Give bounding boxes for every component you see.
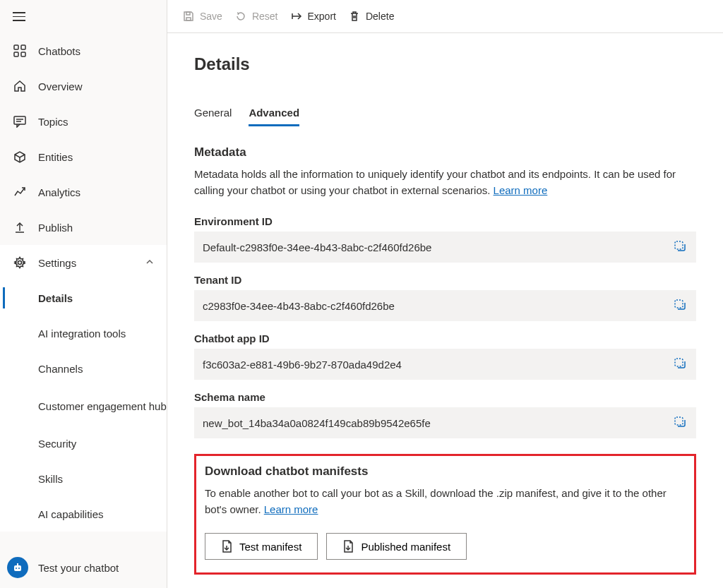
svg-rect-20 bbox=[675, 241, 683, 249]
svg-rect-2 bbox=[14, 52, 18, 56]
tenant-id-value: c2983f0e-34ee-4b43-8abc-c2f460fd26be bbox=[203, 300, 395, 312]
subnav-details[interactable]: Details bbox=[0, 280, 167, 316]
sidebar-footer[interactable]: Test your chatbot bbox=[0, 548, 167, 588]
svg-rect-23 bbox=[675, 417, 683, 425]
delete-label: Delete bbox=[366, 11, 394, 22]
sidebar-item-entities[interactable]: Entities bbox=[0, 139, 167, 174]
export-button[interactable]: Export bbox=[291, 11, 336, 22]
svg-point-11 bbox=[16, 568, 17, 569]
subnav-security[interactable]: Security bbox=[0, 426, 167, 461]
subnav-ai-integration[interactable]: AI integration tools bbox=[0, 316, 167, 351]
schema-field: Schema name new_bot_14ba34a0a0824f149cab… bbox=[194, 391, 696, 438]
sidebar-item-label: Settings bbox=[38, 257, 76, 269]
sidebar-item-topics[interactable]: Topics bbox=[0, 104, 167, 139]
test-manifest-button[interactable]: Test manifest bbox=[205, 533, 318, 560]
sidebar-item-publish[interactable]: Publish bbox=[0, 210, 167, 245]
svg-rect-13 bbox=[17, 563, 18, 565]
env-id-field: Environment ID Default-c2983f0e-34ee-4b4… bbox=[194, 215, 696, 263]
copy-icon[interactable] bbox=[671, 354, 689, 375]
schema-value-box: new_bot_14ba34a0a0824f149cab89b9542e65fe bbox=[194, 407, 696, 438]
test-chatbot-label: Test your chatbot bbox=[38, 562, 119, 574]
sidebar: Chatbots Overview Topics Entities Analyt bbox=[0, 0, 167, 588]
subnav-channels[interactable]: Channels bbox=[0, 351, 167, 386]
bot-icon bbox=[7, 557, 28, 578]
trash-icon bbox=[349, 11, 360, 22]
reset-button[interactable]: Reset bbox=[235, 11, 278, 22]
gear-icon bbox=[13, 256, 27, 270]
main-area: Save Reset Export Delete Details General… bbox=[167, 0, 723, 588]
metadata-section: Metadata Metadata holds all the informat… bbox=[194, 145, 696, 198]
home-icon bbox=[13, 79, 27, 93]
env-id-value: Default-c2983f0e-34ee-4b43-8abc-c2f460fd… bbox=[203, 241, 431, 253]
app-id-label: Chatbot app ID bbox=[194, 332, 696, 344]
sidebar-nav: Chatbots Overview Topics Entities Analyt bbox=[0, 33, 167, 532]
sidebar-item-label: Entities bbox=[38, 151, 73, 163]
tenant-id-label: Tenant ID bbox=[194, 274, 696, 286]
manifests-section: Download chatbot manifests To enable ano… bbox=[194, 454, 696, 575]
grid-icon bbox=[13, 44, 27, 58]
env-id-label: Environment ID bbox=[194, 215, 696, 227]
tab-general[interactable]: General bbox=[194, 102, 232, 126]
box-icon bbox=[13, 150, 27, 164]
reset-icon bbox=[235, 11, 246, 22]
app-id-value-box: f3c603a2-e881-49b6-9b27-870ada49d2e4 bbox=[194, 349, 696, 380]
manifests-learn-more-link[interactable]: Learn more bbox=[264, 503, 318, 515]
sidebar-item-label: Analytics bbox=[38, 186, 80, 198]
sidebar-item-chatbots[interactable]: Chatbots bbox=[0, 33, 167, 68]
copy-icon[interactable] bbox=[671, 413, 689, 433]
metadata-heading: Metadata bbox=[194, 145, 696, 160]
sidebar-item-label: Topics bbox=[38, 116, 68, 128]
document-download-icon bbox=[342, 540, 354, 553]
sidebar-item-overview[interactable]: Overview bbox=[0, 68, 167, 104]
svg-rect-22 bbox=[675, 359, 683, 366]
page-title: Details bbox=[194, 54, 696, 74]
test-manifest-label: Test manifest bbox=[239, 541, 301, 553]
sidebar-item-analytics[interactable]: Analytics bbox=[0, 174, 167, 210]
analytics-icon bbox=[13, 185, 27, 199]
content: Details General Advanced Metadata Metada… bbox=[167, 33, 723, 588]
svg-rect-3 bbox=[21, 52, 25, 56]
svg-rect-4 bbox=[14, 116, 25, 124]
toolbar: Save Reset Export Delete bbox=[167, 0, 723, 33]
document-download-icon bbox=[221, 540, 232, 553]
svg-rect-1 bbox=[21, 45, 25, 49]
svg-rect-21 bbox=[675, 300, 683, 308]
subnav-customer-engagement[interactable]: Customer engagement hub bbox=[0, 386, 167, 426]
sidebar-item-label: Chatbots bbox=[38, 45, 80, 57]
export-label: Export bbox=[308, 11, 336, 22]
upload-icon bbox=[13, 220, 27, 234]
copy-icon[interactable] bbox=[671, 237, 689, 258]
copy-icon[interactable] bbox=[671, 296, 689, 316]
sidebar-header bbox=[0, 0, 167, 33]
save-label: Save bbox=[200, 11, 222, 22]
export-icon bbox=[291, 11, 302, 22]
delete-button[interactable]: Delete bbox=[349, 11, 394, 22]
tenant-id-value-box: c2983f0e-34ee-4b43-8abc-c2f460fd26be bbox=[194, 290, 696, 321]
published-manifest-button[interactable]: Published manifest bbox=[326, 533, 467, 560]
subnav-skills[interactable]: Skills bbox=[0, 461, 167, 496]
sidebar-item-label: Overview bbox=[38, 80, 83, 92]
settings-subnav: Details AI integration tools Channels Cu… bbox=[0, 280, 167, 532]
hamburger-icon[interactable] bbox=[13, 12, 25, 21]
schema-label: Schema name bbox=[194, 391, 696, 403]
svg-point-9 bbox=[18, 261, 22, 265]
chevron-up-icon bbox=[145, 257, 154, 268]
app-id-field: Chatbot app ID f3c603a2-e881-49b6-9b27-8… bbox=[194, 332, 696, 380]
svg-point-12 bbox=[18, 568, 20, 569]
metadata-description: Metadata holds all the information to un… bbox=[194, 167, 696, 198]
svg-rect-15 bbox=[186, 12, 190, 15]
sidebar-item-settings[interactable]: Settings bbox=[0, 245, 167, 280]
published-manifest-label: Published manifest bbox=[361, 541, 450, 553]
subnav-ai-capabilities[interactable]: AI capabilities bbox=[0, 496, 167, 532]
manifest-buttons: Test manifest Published manifest bbox=[205, 533, 686, 560]
reset-label: Reset bbox=[252, 11, 278, 22]
metadata-learn-more-link[interactable]: Learn more bbox=[494, 184, 548, 196]
svg-rect-10 bbox=[14, 565, 21, 571]
manifests-heading: Download chatbot manifests bbox=[205, 464, 686, 479]
save-button[interactable]: Save bbox=[183, 11, 222, 22]
svg-rect-14 bbox=[186, 18, 191, 20]
save-icon bbox=[183, 11, 194, 22]
schema-value: new_bot_14ba34a0a0824f149cab89b9542e65fe bbox=[203, 417, 431, 429]
tab-advanced[interactable]: Advanced bbox=[249, 102, 299, 126]
svg-rect-0 bbox=[14, 45, 18, 49]
